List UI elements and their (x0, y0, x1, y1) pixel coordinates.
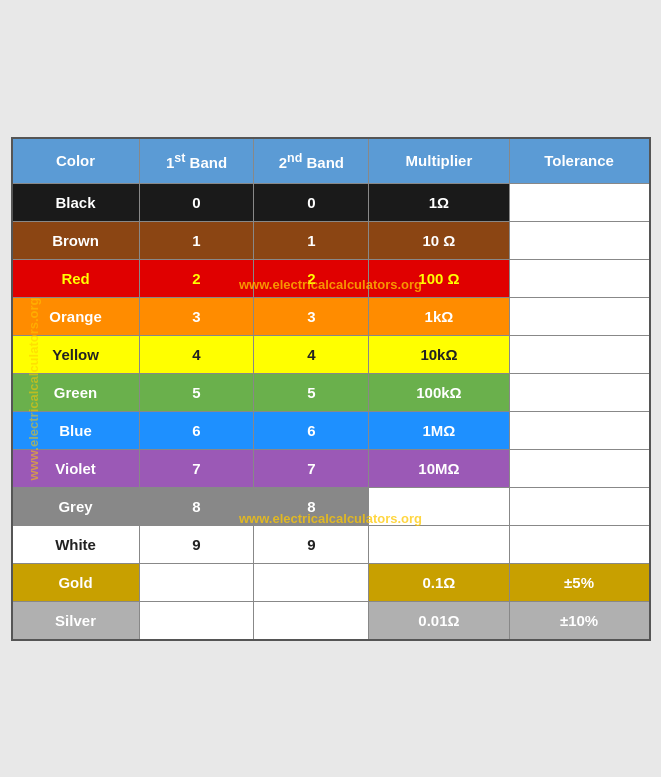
table-row-grey: Grey88 (12, 487, 650, 525)
band1-cell-black: 0 (139, 183, 254, 221)
color-cell-yellow: Yellow (12, 335, 140, 373)
band2-cell-red: 2 (254, 259, 369, 297)
table-row-red: Red22100 Ω (12, 259, 650, 297)
table-row-white: White99 (12, 525, 650, 563)
band1-cell-blue: 6 (139, 411, 254, 449)
table-row-blue: Blue661MΩ (12, 411, 650, 449)
band1-cell-orange: 3 (139, 297, 254, 335)
tolerance-cell-violet (509, 449, 649, 487)
table-row-silver: Silver0.01Ω±10% (12, 601, 650, 640)
multiplier-cell-gold: 0.1Ω (369, 563, 509, 601)
multiplier-cell-yellow: 10kΩ (369, 335, 509, 373)
resistor-color-table: Color 1st Band 2nd Band Multiplier Toler… (11, 137, 651, 641)
multiplier-cell-red: 100 Ω (369, 259, 509, 297)
color-cell-black: Black (12, 183, 140, 221)
multiplier-cell-black: 1Ω (369, 183, 509, 221)
band2-cell-yellow: 4 (254, 335, 369, 373)
color-cell-green: Green (12, 373, 140, 411)
band1-cell-green: 5 (139, 373, 254, 411)
multiplier-cell-brown: 10 Ω (369, 221, 509, 259)
band2-cell-black: 0 (254, 183, 369, 221)
color-cell-blue: Blue (12, 411, 140, 449)
color-cell-white: White (12, 525, 140, 563)
table-row-yellow: Yellow4410kΩ (12, 335, 650, 373)
band1-cell-silver (139, 601, 254, 640)
tolerance-cell-red (509, 259, 649, 297)
multiplier-cell-green: 100kΩ (369, 373, 509, 411)
multiplier-cell-orange: 1kΩ (369, 297, 509, 335)
band2-cell-gold (254, 563, 369, 601)
band1-cell-grey: 8 (139, 487, 254, 525)
multiplier-cell-white (369, 525, 509, 563)
tolerance-cell-brown (509, 221, 649, 259)
tolerance-cell-yellow (509, 335, 649, 373)
header-multiplier: Multiplier (369, 138, 509, 184)
band2-cell-grey: 8 (254, 487, 369, 525)
tolerance-cell-orange (509, 297, 649, 335)
color-cell-brown: Brown (12, 221, 140, 259)
color-cell-gold: Gold (12, 563, 140, 601)
multiplier-cell-grey (369, 487, 509, 525)
band2-cell-blue: 6 (254, 411, 369, 449)
table-row-green: Green55100kΩ (12, 373, 650, 411)
band2-cell-violet: 7 (254, 449, 369, 487)
tolerance-cell-blue (509, 411, 649, 449)
color-cell-red: Red (12, 259, 140, 297)
header-band1: 1st Band (139, 138, 254, 184)
tolerance-cell-white (509, 525, 649, 563)
multiplier-cell-blue: 1MΩ (369, 411, 509, 449)
tolerance-cell-black (509, 183, 649, 221)
color-cell-silver: Silver (12, 601, 140, 640)
band2-cell-orange: 3 (254, 297, 369, 335)
color-cell-violet: Violet (12, 449, 140, 487)
color-cell-orange: Orange (12, 297, 140, 335)
table-row-violet: Violet7710MΩ (12, 449, 650, 487)
band1-cell-violet: 7 (139, 449, 254, 487)
multiplier-cell-violet: 10MΩ (369, 449, 509, 487)
color-cell-grey: Grey (12, 487, 140, 525)
multiplier-cell-silver: 0.01Ω (369, 601, 509, 640)
chart-wrapper: www.electricalcalculators.org www.electr… (11, 137, 651, 641)
header-color: Color (12, 138, 140, 184)
band2-cell-white: 9 (254, 525, 369, 563)
band2-cell-silver (254, 601, 369, 640)
table-row-orange: Orange331kΩ (12, 297, 650, 335)
tolerance-cell-green (509, 373, 649, 411)
band2-cell-brown: 1 (254, 221, 369, 259)
band1-cell-gold (139, 563, 254, 601)
band2-cell-green: 5 (254, 373, 369, 411)
table-row-black: Black001Ω (12, 183, 650, 221)
table-row-gold: Gold0.1Ω±5% (12, 563, 650, 601)
band1-cell-white: 9 (139, 525, 254, 563)
band1-cell-brown: 1 (139, 221, 254, 259)
header-row: Color 1st Band 2nd Band Multiplier Toler… (12, 138, 650, 184)
header-tolerance: Tolerance (509, 138, 649, 184)
tolerance-cell-grey (509, 487, 649, 525)
table-row-brown: Brown1110 Ω (12, 221, 650, 259)
tolerance-cell-gold: ±5% (509, 563, 649, 601)
band1-cell-yellow: 4 (139, 335, 254, 373)
header-band2: 2nd Band (254, 138, 369, 184)
band1-cell-red: 2 (139, 259, 254, 297)
tolerance-cell-silver: ±10% (509, 601, 649, 640)
